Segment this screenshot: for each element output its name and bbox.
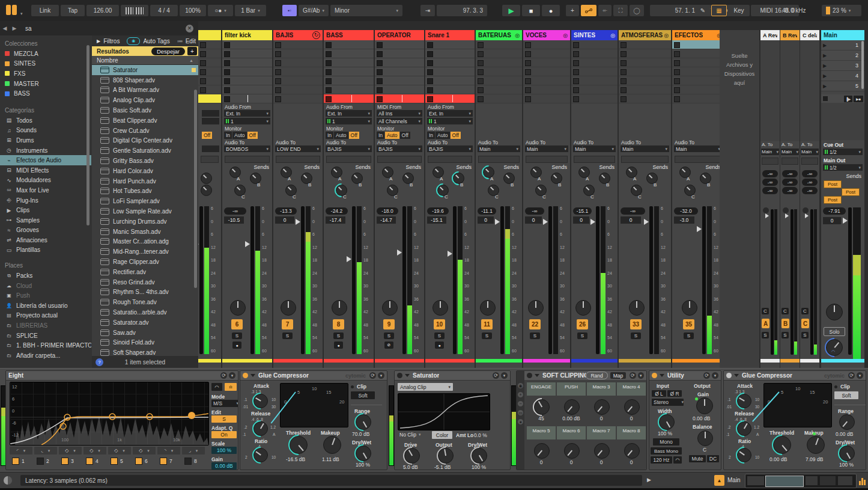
post-toggle-c[interactable]: Post xyxy=(824,196,842,204)
monitor-in-button[interactable]: In xyxy=(224,132,232,139)
play-button[interactable]: ▶ xyxy=(502,5,520,16)
quantization-menu[interactable]: 100% xyxy=(180,5,206,16)
stop-all-button[interactable]: ▶■ xyxy=(854,96,863,102)
fader-handle[interactable] xyxy=(296,219,300,225)
clip-slot[interactable] xyxy=(375,40,424,49)
collection-FXS[interactable]: FXS xyxy=(0,69,91,79)
scene-slot[interactable]: ▶3 xyxy=(821,61,864,71)
filters-expand-icon[interactable]: ▶ xyxy=(97,38,100,44)
solo-button[interactable]: S xyxy=(333,332,344,339)
track-delay-box[interactable] xyxy=(276,156,320,163)
track-delay-box[interactable] xyxy=(574,156,615,163)
clip-row-slot[interactable] xyxy=(375,94,424,103)
computer-midi-keyboard-button[interactable]: ▦ xyxy=(711,5,727,16)
fader-value[interactable]: 0 xyxy=(478,216,494,224)
file-item[interactable]: Gritty Bass.adv xyxy=(92,156,198,166)
sidebar-item-MIDI Effects[interactable]: ⊟MIDI Effects xyxy=(0,165,91,176)
fader-handle[interactable] xyxy=(495,219,500,225)
device-fold-icon[interactable] xyxy=(405,374,410,377)
threshold-knob[interactable] xyxy=(773,436,791,454)
clip-slot[interactable] xyxy=(222,67,272,76)
device-view-icon[interactable]: ● xyxy=(518,419,523,424)
scene-play-icon[interactable]: ▶ xyxy=(823,53,827,58)
return-send-value[interactable]: -∞ xyxy=(762,170,778,177)
eq-band-toggle[interactable] xyxy=(111,458,118,465)
place-Proyecto actual[interactable]: ▤Proyecto actual xyxy=(0,311,91,321)
file-item[interactable]: Rough Tone.adv xyxy=(92,297,198,307)
clip-slot[interactable] xyxy=(324,49,374,58)
fader-value[interactable]: 0 xyxy=(275,216,294,224)
ableton-logo[interactable]: ▾ xyxy=(6,5,23,16)
clip-slot[interactable] xyxy=(571,67,618,76)
cue-out-chooser[interactable]: 1/2▾ xyxy=(823,149,863,155)
clip-slot[interactable] xyxy=(619,58,671,67)
macro-value[interactable]: 0 xyxy=(587,459,616,465)
range-knob[interactable] xyxy=(839,414,855,430)
file-item[interactable]: Rhythm S... 4ths.adv xyxy=(92,287,198,298)
fader-handle[interactable] xyxy=(697,226,702,232)
scale-mode-button[interactable]: ▪▫ xyxy=(282,5,297,16)
ratio-knob[interactable] xyxy=(737,448,751,462)
clip-slot[interactable] xyxy=(476,85,522,94)
hot-swap-icon[interactable]: ⟳ xyxy=(369,372,376,379)
clip-slot[interactable] xyxy=(523,40,570,49)
clip-row-slot[interactable] xyxy=(672,94,724,103)
name-column-header[interactable]: Nombre xyxy=(97,57,118,64)
rand-button[interactable]: Rand xyxy=(586,372,607,379)
clip-slot[interactable] xyxy=(425,85,475,94)
track-delay-box[interactable] xyxy=(377,156,422,163)
drywet-value[interactable]: 100 % xyxy=(472,464,486,470)
groove-amount-menu[interactable]: 1 Bar▾ xyxy=(235,5,266,16)
track-delay-box[interactable] xyxy=(478,156,520,163)
capture-midi-button[interactable]: ⛶ xyxy=(613,5,628,16)
makeup-knob[interactable] xyxy=(807,436,825,454)
return-send-value[interactable]: -∞ xyxy=(782,187,798,194)
sidebar-item-Todos[interactable]: ▤Todos xyxy=(0,115,91,126)
device-title-bar[interactable]: Glue Compressorcytomic⟳▼ xyxy=(724,371,866,381)
eq-band-type-chooser[interactable]: ◟▾ xyxy=(34,447,57,455)
gain-value[interactable]: 0.00 dB xyxy=(693,415,710,421)
groove-pool-button[interactable]: ○●▾ xyxy=(208,5,233,16)
clip-slot[interactable] xyxy=(273,58,323,67)
width-value[interactable]: 100 % xyxy=(658,430,672,436)
solo-button[interactable]: S xyxy=(631,332,641,339)
device-chain-overview[interactable] xyxy=(745,474,857,488)
place-Push[interactable]: ▣Push xyxy=(0,290,91,301)
mode-chooser[interactable]: M/S▾ xyxy=(211,400,238,407)
solo-button[interactable]: S xyxy=(782,332,789,338)
eq-band-toggle[interactable] xyxy=(160,458,167,465)
balance-knob[interactable] xyxy=(697,430,713,446)
track-number[interactable]: 35 xyxy=(683,319,694,329)
clip-slot[interactable] xyxy=(523,76,570,85)
pan-knob[interactable] xyxy=(629,300,645,316)
eq-band-type-chooser[interactable]: ◇▾ xyxy=(133,447,156,455)
send-b-knob[interactable] xyxy=(201,173,212,184)
input-channel-chooser[interactable] xyxy=(202,118,219,124)
fader-lane[interactable] xyxy=(453,206,457,354)
sidebar-item-Samples[interactable]: ⊶Samples xyxy=(0,215,91,225)
track-delay-box[interactable] xyxy=(675,156,721,163)
release-knob[interactable] xyxy=(737,421,751,436)
device-activator[interactable] xyxy=(527,373,532,378)
solo-button[interactable]: S xyxy=(684,332,694,339)
link-button[interactable]: Link xyxy=(31,5,59,16)
edit-channel-button[interactable]: S xyxy=(211,415,237,423)
fader-value[interactable]: -10.5 xyxy=(224,216,244,224)
device-activator[interactable] xyxy=(243,373,248,378)
return-badge[interactable]: C xyxy=(801,319,809,328)
return-delay-box[interactable] xyxy=(762,158,778,165)
clip-slot[interactable] xyxy=(425,58,475,67)
clip-slot[interactable] xyxy=(476,76,522,85)
input-channel-chooser[interactable]: 1▾ xyxy=(326,118,372,124)
fader-value[interactable]: 0 xyxy=(621,216,641,224)
output-chooser[interactable] xyxy=(202,145,219,152)
clip-slot[interactable] xyxy=(619,67,671,76)
loop-record-icon[interactable]: ↻ xyxy=(312,31,320,39)
macro-knob[interactable] xyxy=(564,399,580,415)
fader-value[interactable]: -14.7 xyxy=(377,216,396,224)
eq-band-type-chooser[interactable]: ◝▾ xyxy=(157,447,180,455)
fader-value[interactable]: 0 xyxy=(573,216,589,224)
sidebar-item-Sounds[interactable]: ♫Sounds xyxy=(0,126,91,136)
clip-row-slot[interactable] xyxy=(571,94,618,103)
range-knob[interactable] xyxy=(356,414,371,430)
